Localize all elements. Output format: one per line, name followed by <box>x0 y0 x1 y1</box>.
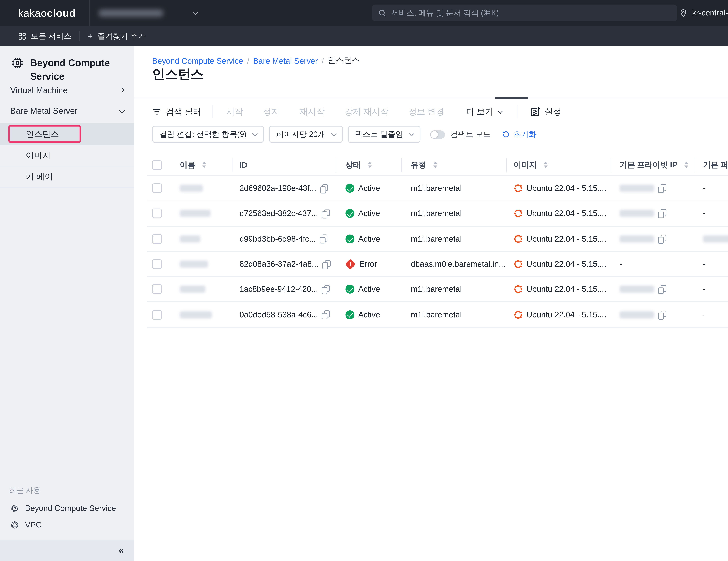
status-label: Active <box>358 310 380 319</box>
row-checkbox[interactable] <box>152 310 162 320</box>
status-active-icon <box>345 310 354 319</box>
copy-icon[interactable] <box>322 209 330 218</box>
sidebar-service-title: Beyond Compute Service <box>30 56 114 83</box>
column-header-status[interactable]: 상태 <box>345 159 372 170</box>
text-ellipsis-label: 텍스트 말줄임 <box>355 129 403 140</box>
disabled-action-button: 강제 재시작 <box>344 106 389 118</box>
chevron-down-icon <box>331 130 336 136</box>
status-label: Active <box>358 234 380 243</box>
sort-icon <box>544 162 548 168</box>
sidebar-service-header[interactable]: Beyond Compute Service <box>10 56 114 83</box>
disabled-actions-group: 시작정지재시작강제 재시작정보 변경 <box>226 106 444 118</box>
copy-icon[interactable] <box>322 260 330 268</box>
row-checkbox[interactable] <box>152 285 162 294</box>
instance-name-redacted[interactable] <box>180 260 208 268</box>
sidebar-item-virtual-machine[interactable]: Virtual Machine <box>0 82 134 98</box>
copy-icon[interactable] <box>658 184 666 192</box>
sidebar-footer: « <box>0 540 134 561</box>
column-header-image[interactable]: 이미지 <box>514 159 548 170</box>
reset-icon <box>502 130 510 138</box>
column-header-public-ip[interactable]: 기본 퍼블릭 IP <box>703 159 728 170</box>
image-label: Ubuntu 22.04 - 5.15.... <box>526 184 606 193</box>
column-edit-select[interactable]: 컬럼 편집: 선택한 항목(9) <box>152 126 264 143</box>
row-checkbox[interactable] <box>152 183 162 193</box>
sidebar-submenu: 인스턴스 이미지 키 페어 <box>0 123 134 188</box>
table-body: 2d69602a-198e-43f...Activem1i.baremetalU… <box>147 176 728 328</box>
gnb-divider <box>79 31 80 41</box>
public-ip-value: - <box>703 184 706 193</box>
instance-name-redacted[interactable] <box>180 286 205 293</box>
copy-icon[interactable] <box>320 184 328 192</box>
private-ip-value: - <box>620 260 622 269</box>
sidebar-item-images[interactable]: 이미지 <box>0 145 134 166</box>
filter-icon <box>152 107 161 116</box>
recent-item-label: VPC <box>25 521 41 530</box>
status-label: Error <box>359 260 377 269</box>
status-label: Active <box>358 209 380 218</box>
private-ip-redacted <box>620 235 654 242</box>
table-row: 1ac8b9ee-9412-420...Activem1i.baremetalU… <box>147 277 728 302</box>
search-filter-button[interactable]: 검색 필터 <box>152 106 201 118</box>
region-selector[interactable]: kr-central-2 <box>679 0 728 26</box>
copy-icon[interactable] <box>658 234 666 243</box>
public-ip-redacted <box>703 235 728 242</box>
private-ip-redacted <box>620 185 654 192</box>
all-services-button[interactable]: 모든 서비스 <box>18 30 71 41</box>
copy-icon[interactable] <box>658 311 666 319</box>
instance-name-redacted[interactable] <box>180 185 203 192</box>
more-menu-button[interactable]: 더 보기 <box>466 106 502 118</box>
table-settings-button[interactable]: 설정 <box>530 106 561 118</box>
text-ellipsis-select[interactable]: 텍스트 말줄임 <box>348 126 421 143</box>
copy-icon[interactable] <box>658 285 666 294</box>
chevron-right-icon <box>119 87 125 93</box>
table-row: d99bd3bb-6d98-4fc...Activem1i.baremetalU… <box>147 226 728 252</box>
search-placeholder: 서비스, 메뉴 및 문서 검색 (⌘K) <box>391 7 499 18</box>
copy-icon[interactable] <box>322 285 330 294</box>
sidebar-item-keypairs[interactable]: 키 페어 <box>0 166 134 188</box>
sidebar-item-bare-metal-server[interactable]: Bare Metal Server <box>0 103 134 118</box>
table-row: 82d08a36-37a2-4a8...Errordbaas.m0ie.bare… <box>147 252 728 277</box>
private-ip-redacted <box>620 311 654 318</box>
table-row: d72563ed-382c-437...Activem1i.baremetalU… <box>147 201 728 226</box>
column-header-name[interactable]: 이름 <box>180 159 206 170</box>
breadcrumb-link-service[interactable]: Beyond Compute Service <box>152 56 243 65</box>
status-active-icon <box>345 285 354 294</box>
add-favorite-button[interactable]: + 즐겨찾기 추가 <box>88 30 146 41</box>
per-page-label: 페이지당 20개 <box>276 129 325 140</box>
row-checkbox[interactable] <box>152 234 162 243</box>
kakaocloud-logo[interactable]: kakaocloud <box>18 0 76 26</box>
sidebar-item-instances[interactable]: 인스턴스 <box>0 123 134 145</box>
reset-button[interactable]: 초기화 <box>502 129 536 140</box>
select-all-checkbox[interactable] <box>152 160 162 170</box>
chevron-down-icon <box>119 108 125 113</box>
per-page-select[interactable]: 페이지당 20개 <box>269 126 343 143</box>
sidebar-item-label: 인스턴스 <box>26 128 59 140</box>
disabled-action-button: 시작 <box>226 106 243 118</box>
instance-name-redacted[interactable] <box>180 210 211 217</box>
column-header-private-ip[interactable]: 기본 프라이빗 IP <box>620 159 688 170</box>
section-divider <box>134 98 728 98</box>
sidebar-collapse-icon[interactable]: « <box>119 544 124 555</box>
instance-id: 0a0ded58-538a-4c6... <box>240 310 318 319</box>
table-controls: 컬럼 편집: 선택한 항목(9) 페이지당 20개 텍스트 말줄임 컴팩트 모드… <box>152 126 536 143</box>
row-checkbox[interactable] <box>152 209 162 218</box>
breadcrumb-link-bms[interactable]: Bare Metal Server <box>253 56 318 65</box>
disabled-action-button: 정보 변경 <box>409 106 444 118</box>
breadcrumb: Beyond Compute Service / Bare Metal Serv… <box>152 55 360 66</box>
row-checkbox[interactable] <box>152 259 162 269</box>
recent-item-vpc[interactable]: VPC <box>0 517 134 533</box>
copy-icon[interactable] <box>320 234 327 243</box>
public-ip-value: - <box>703 310 706 319</box>
global-search-input[interactable]: 서비스, 메뉴 및 문서 검색 (⌘K) <box>372 5 677 21</box>
instance-id: d72563ed-382c-437... <box>240 209 318 218</box>
copy-icon[interactable] <box>322 311 330 319</box>
instance-type: m1i.baremetal <box>411 184 462 193</box>
active-tab-indicator <box>495 97 528 99</box>
column-header-type[interactable]: 유형 <box>411 159 437 170</box>
instance-name-redacted[interactable] <box>180 311 212 318</box>
copy-icon[interactable] <box>658 209 666 218</box>
instance-name-redacted[interactable] <box>180 235 200 242</box>
recent-item-beyond-compute[interactable]: Beyond Compute Service <box>0 501 134 516</box>
compact-mode-toggle[interactable] <box>430 130 445 138</box>
status-error-icon <box>345 259 356 269</box>
